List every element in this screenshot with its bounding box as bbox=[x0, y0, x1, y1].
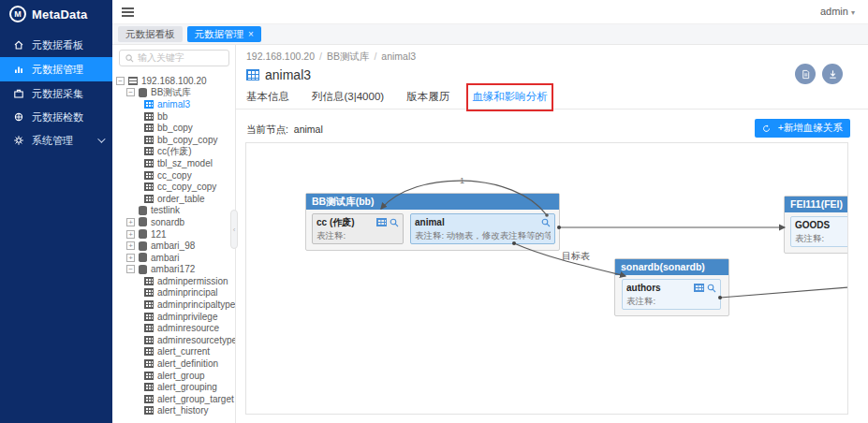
zoom-icon[interactable] bbox=[707, 284, 716, 293]
table-node-authors[interactable]: authors 表注释: bbox=[622, 279, 721, 310]
tree-node-alert_group[interactable]: alert_group bbox=[112, 370, 235, 382]
sidebar: M MetaData 元数据看板元数据管理元数据采集元数据检数系统管理 bbox=[0, 0, 112, 423]
tree-node-cc_copy_copy[interactable]: cc_copy_copy bbox=[112, 181, 235, 193]
tree-node-label: adminprincipal bbox=[157, 287, 217, 298]
tab-血缘和影响分析[interactable]: 血缘和影响分析 bbox=[472, 90, 548, 111]
table-icon bbox=[144, 159, 154, 168]
columns-icon[interactable] bbox=[694, 284, 704, 292]
table-node-goods[interactable]: GOODS 表注释: bbox=[790, 216, 848, 247]
columns-icon[interactable] bbox=[376, 218, 387, 226]
sidebar-item-元数据看板[interactable]: 元数据看板 bbox=[0, 34, 112, 56]
tree-node-adminprincipal[interactable]: adminprincipal bbox=[112, 287, 235, 299]
breadcrumb-item[interactable]: animal3 bbox=[381, 51, 416, 62]
sidebar-item-系统管理[interactable]: 系统管理 bbox=[0, 129, 112, 152]
tree-node-alert_current[interactable]: alert_current bbox=[112, 346, 235, 358]
table-node-animal[interactable]: animal 表注释: 动物表，修改表注释等的等等等等等等 bbox=[410, 213, 555, 244]
table-icon bbox=[144, 100, 154, 109]
tree-expander-icon[interactable]: + bbox=[126, 241, 135, 250]
table-icon bbox=[144, 336, 154, 344]
table-comment: 表注释: bbox=[795, 233, 848, 245]
tree-node-ambari172[interactable]: −ambari172 bbox=[112, 264, 235, 276]
tree-node-sonardb[interactable]: +sonardb bbox=[112, 216, 235, 228]
tree-expander-icon[interactable]: + bbox=[126, 230, 135, 239]
zoom-icon[interactable] bbox=[541, 218, 551, 227]
tree-node-cc_copy[interactable]: cc_copy bbox=[112, 169, 235, 182]
table-icon bbox=[246, 69, 259, 80]
breadcrumb-item[interactable]: 192.168.100.20 bbox=[246, 51, 315, 62]
tree-node-192.168.100.20[interactable]: −192.168.100.20 bbox=[112, 75, 235, 87]
lineage-canvas[interactable]: BB测试库(bb) cc (作废) 表注释: ani bbox=[245, 142, 848, 415]
tree-expander-icon[interactable]: − bbox=[126, 265, 135, 273]
tree-expander-icon[interactable]: + bbox=[126, 218, 135, 226]
annotation-highlight-box bbox=[466, 83, 553, 111]
tree-node-ambari_98[interactable]: +ambari_98 bbox=[112, 240, 235, 252]
download-button[interactable] bbox=[822, 64, 843, 84]
table-node-name: animal bbox=[415, 217, 541, 227]
table-icon bbox=[144, 182, 154, 191]
table-node-name: GOODS bbox=[795, 220, 848, 230]
add-lineage-button[interactable]: +新增血缘关系 bbox=[771, 119, 850, 138]
export-image-button[interactable] bbox=[795, 64, 816, 84]
tree-node-label: cc(作废) bbox=[157, 145, 192, 158]
group-sonardb-title: sonardb(sonardb) bbox=[615, 259, 728, 275]
tree-node-animal3[interactable]: animal3 bbox=[112, 98, 235, 110]
search-input[interactable]: 输入关键字 bbox=[119, 50, 229, 66]
table-node-name: cc (作废) bbox=[316, 216, 376, 229]
panel-collapse-handle[interactable]: ‹ bbox=[230, 210, 238, 249]
server-icon bbox=[128, 77, 138, 85]
tree-node-label: 121 bbox=[151, 229, 167, 240]
metadata-tree-panel: 输入关键字 −192.168.100.20−BB测试库animal3bbbb_c… bbox=[112, 45, 236, 423]
user-menu[interactable]: admin ▾ bbox=[820, 6, 855, 17]
sidebar-item-元数据管理[interactable]: 元数据管理 bbox=[0, 57, 112, 81]
tab-基本信息[interactable]: 基本信息 bbox=[246, 90, 289, 109]
table-icon bbox=[144, 347, 154, 356]
table-icon bbox=[144, 195, 154, 203]
table-icon bbox=[144, 147, 154, 155]
tree-node-adminpermission[interactable]: adminpermission bbox=[112, 275, 235, 287]
breadcrumb-item[interactable]: BB测试库 bbox=[327, 51, 370, 62]
tree-node-adminprincipaltype[interactable]: adminprincipaltype bbox=[112, 299, 235, 311]
tree-node-bb_copy_copy[interactable]: bb_copy_copy bbox=[112, 134, 235, 146]
table-comment: 表注释: bbox=[626, 296, 716, 308]
tree-node-label: adminpermission bbox=[157, 276, 228, 286]
tree-node-tbl_sz_model[interactable]: tbl_sz_model bbox=[112, 157, 235, 169]
tree-expander-icon[interactable]: − bbox=[126, 88, 135, 96]
tree-node-label: testlink bbox=[151, 205, 180, 215]
sidebar-item-元数据检数[interactable]: 元数据检数 bbox=[0, 106, 112, 128]
table-node-cc[interactable]: cc (作废) 表注释: bbox=[312, 213, 404, 244]
window-tab-元数据管理[interactable]: 元数据管理× bbox=[187, 26, 261, 42]
tree-node-adminprivilege[interactable]: adminprivilege bbox=[112, 311, 235, 323]
sidebar-item-label: 元数据看板 bbox=[32, 38, 83, 52]
tree-node-ambari[interactable]: +ambari bbox=[112, 252, 235, 264]
tree-node-BB测试库[interactable]: −BB测试库 bbox=[112, 87, 235, 99]
zoom-icon[interactable] bbox=[390, 218, 399, 227]
tree-node-bb[interactable]: bb bbox=[112, 110, 235, 123]
tab-版本履历[interactable]: 版本履历 bbox=[406, 90, 449, 109]
db-icon bbox=[139, 206, 147, 215]
tree-node-alert_history[interactable]: alert_history bbox=[112, 405, 235, 417]
tab-列信息(3|4000)[interactable]: 列信息(3|4000) bbox=[312, 90, 384, 109]
tree-node-alert_grouping[interactable]: alert_grouping bbox=[112, 381, 235, 393]
hamburger-menu-icon[interactable] bbox=[122, 7, 134, 17]
tree-node-order_table[interactable]: order_table bbox=[112, 193, 235, 205]
caret-down-icon: ▾ bbox=[851, 8, 855, 17]
tree-expander-icon[interactable]: + bbox=[126, 254, 135, 262]
tree-node-alert_definition[interactable]: alert_definition bbox=[112, 357, 235, 370]
tree-node-alert_group_target[interactable]: alert_group_target bbox=[112, 393, 235, 405]
close-icon[interactable]: × bbox=[248, 30, 254, 39]
search-icon bbox=[125, 54, 134, 63]
tree-node-121[interactable]: +121 bbox=[112, 228, 235, 241]
metadata-tree: −192.168.100.20−BB测试库animal3bbbb_copybb_… bbox=[112, 75, 235, 423]
sidebar-item-元数据采集[interactable]: 元数据采集 bbox=[0, 82, 112, 105]
briefcase-icon bbox=[13, 88, 24, 99]
tree-expander-icon[interactable]: − bbox=[116, 77, 125, 85]
tree-node-testlink[interactable]: testlink bbox=[112, 205, 235, 217]
window-tab-元数据看板[interactable]: 元数据看板 bbox=[118, 26, 183, 42]
tree-node-label: tbl_sz_model bbox=[157, 158, 213, 168]
tree-node-bb_copy[interactable]: bb_copy bbox=[112, 122, 235, 134]
current-node: 当前节点: animal bbox=[246, 124, 323, 137]
group-bb-title: BB测试库(bb) bbox=[306, 194, 559, 210]
tree-node-adminresource[interactable]: adminresource bbox=[112, 322, 235, 334]
tree-node-adminresourcetype[interactable]: adminresourcetype bbox=[112, 334, 235, 346]
tree-node-cc(作废)[interactable]: cc(作废) bbox=[112, 146, 235, 158]
